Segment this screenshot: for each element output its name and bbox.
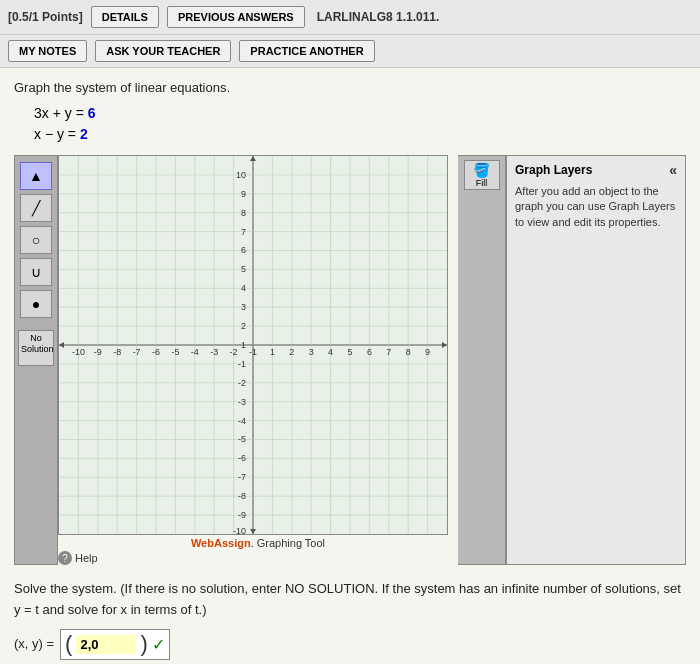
details-button[interactable]: DETAILS bbox=[91, 6, 159, 28]
svg-text:8: 8 bbox=[406, 347, 411, 357]
open-paren: ( bbox=[65, 633, 72, 655]
svg-text:-2: -2 bbox=[238, 378, 246, 388]
svg-text:8: 8 bbox=[241, 208, 246, 218]
problem-instruction: Graph the system of linear equations. bbox=[14, 80, 686, 95]
tool-panel: ▲ ╱ ○ ∪ ● NoSolution bbox=[14, 155, 58, 565]
webassign-label: WebAssign. Graphing Tool bbox=[58, 537, 458, 549]
svg-text:1: 1 bbox=[270, 347, 275, 357]
answer-input-wrapper: ( ) ✓ bbox=[60, 629, 170, 661]
curve-tool[interactable]: ∪ bbox=[20, 258, 52, 286]
help-link[interactable]: ? Help bbox=[58, 551, 98, 565]
svg-text:-10: -10 bbox=[233, 526, 246, 534]
svg-text:-7: -7 bbox=[133, 347, 141, 357]
second-bar: MY NOTES ASK YOUR TEACHER PRACTICE ANOTH… bbox=[0, 35, 700, 68]
svg-text:-9: -9 bbox=[238, 510, 246, 520]
check-icon: ✓ bbox=[152, 632, 165, 658]
svg-text:-8: -8 bbox=[238, 491, 246, 501]
svg-text:6: 6 bbox=[241, 245, 246, 255]
practice-another-button[interactable]: PRACTICE ANOTHER bbox=[239, 40, 374, 62]
top-bar: [0.5/1 Points] DETAILS PREVIOUS ANSWERS … bbox=[0, 0, 700, 35]
svg-text:7: 7 bbox=[386, 347, 391, 357]
collapse-button[interactable]: « bbox=[669, 162, 677, 178]
graph-canvas[interactable]: -10 -9 -8 -7 -6 -5 -4 -3 -2 -1 1 2 3 4 bbox=[58, 155, 448, 535]
equation-2: x − y = 2 bbox=[34, 124, 686, 145]
graph-container: -10 -9 -8 -7 -6 -5 -4 -3 -2 -1 1 2 3 4 bbox=[58, 155, 458, 565]
svg-text:2: 2 bbox=[289, 347, 294, 357]
svg-text:5: 5 bbox=[241, 264, 246, 274]
arrow-tool[interactable]: ▲ bbox=[20, 162, 52, 190]
svg-text:-5: -5 bbox=[238, 434, 246, 444]
points-label: [0.5/1 Points] bbox=[8, 10, 83, 24]
svg-text:7: 7 bbox=[241, 227, 246, 237]
svg-text:4: 4 bbox=[241, 283, 246, 293]
svg-text:-7: -7 bbox=[238, 472, 246, 482]
line-tool[interactable]: ╱ bbox=[20, 194, 52, 222]
fill-button[interactable]: 🪣 Fill bbox=[464, 160, 500, 190]
svg-text:1: 1 bbox=[241, 340, 246, 350]
svg-text:-9: -9 bbox=[94, 347, 102, 357]
graph-layers-header: Graph Layers « bbox=[515, 162, 677, 178]
close-paren: ) bbox=[140, 633, 147, 655]
solve-instruction: Solve the system. (If there is no soluti… bbox=[14, 579, 686, 621]
svg-text:6: 6 bbox=[367, 347, 372, 357]
svg-text:-3: -3 bbox=[238, 397, 246, 407]
svg-text:3: 3 bbox=[241, 302, 246, 312]
graph-layers-description: After you add an object to the graph you… bbox=[515, 184, 677, 230]
svg-text:-1: -1 bbox=[238, 359, 246, 369]
svg-text:-8: -8 bbox=[113, 347, 121, 357]
svg-text:3: 3 bbox=[309, 347, 314, 357]
no-solution-button[interactable]: NoSolution bbox=[18, 330, 54, 366]
solve-section: Solve the system. (If there is no soluti… bbox=[14, 579, 686, 660]
eq2-prefix: x − y = bbox=[34, 126, 80, 142]
eq1-value: 6 bbox=[88, 105, 96, 121]
svg-text:-5: -5 bbox=[171, 347, 179, 357]
svg-text:-6: -6 bbox=[152, 347, 160, 357]
right-panel: 🪣 Fill bbox=[458, 155, 506, 565]
svg-text:-2: -2 bbox=[230, 347, 238, 357]
webassign-logo: WebAssign bbox=[191, 537, 251, 549]
svg-text:-4: -4 bbox=[238, 416, 246, 426]
graph-layers-panel: Graph Layers « After you add an object t… bbox=[506, 155, 686, 565]
svg-text:-4: -4 bbox=[191, 347, 199, 357]
help-icon: ? bbox=[58, 551, 72, 565]
svg-text:-6: -6 bbox=[238, 453, 246, 463]
equation-1: 3x + y = 6 bbox=[34, 103, 686, 124]
svg-text:4: 4 bbox=[328, 347, 333, 357]
svg-text:9: 9 bbox=[241, 189, 246, 199]
svg-text:-10: -10 bbox=[72, 347, 85, 357]
dot-tool[interactable]: ● bbox=[20, 290, 52, 318]
eq2-value: 2 bbox=[80, 126, 88, 142]
help-label: Help bbox=[75, 552, 98, 564]
help-row: ? Help bbox=[58, 551, 458, 565]
svg-text:2: 2 bbox=[241, 321, 246, 331]
eq1-prefix: 3x + y = bbox=[34, 105, 88, 121]
fill-icon: 🪣 bbox=[473, 162, 490, 178]
graph-area: ▲ ╱ ○ ∪ ● NoSolution bbox=[14, 155, 686, 565]
graphing-tool-label: . Graphing Tool bbox=[251, 537, 325, 549]
answer-label: (x, y) = bbox=[14, 634, 54, 655]
ask-teacher-button[interactable]: ASK YOUR TEACHER bbox=[95, 40, 231, 62]
main-content: Graph the system of linear equations. 3x… bbox=[0, 68, 700, 664]
answer-input[interactable] bbox=[76, 635, 136, 654]
assignment-id: LARLINALG8 1.1.011. bbox=[317, 10, 440, 24]
answer-row: (x, y) = ( ) ✓ bbox=[14, 629, 686, 661]
svg-text:-1: -1 bbox=[249, 347, 257, 357]
svg-text:5: 5 bbox=[347, 347, 352, 357]
graph-layers-title: Graph Layers bbox=[515, 163, 592, 177]
svg-text:-3: -3 bbox=[210, 347, 218, 357]
equation-block: 3x + y = 6 x − y = 2 bbox=[34, 103, 686, 145]
circle-tool[interactable]: ○ bbox=[20, 226, 52, 254]
svg-text:10: 10 bbox=[236, 170, 246, 180]
svg-text:9: 9 bbox=[425, 347, 430, 357]
previous-answers-button[interactable]: PREVIOUS ANSWERS bbox=[167, 6, 305, 28]
my-notes-button[interactable]: MY NOTES bbox=[8, 40, 87, 62]
fill-label: Fill bbox=[476, 178, 488, 188]
